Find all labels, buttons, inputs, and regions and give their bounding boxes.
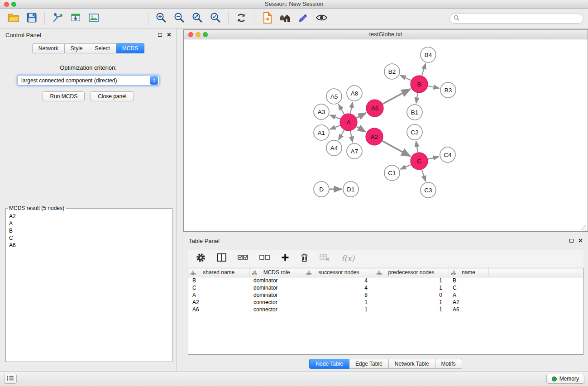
zoom-in-button[interactable] (152, 11, 170, 26)
tab-style[interactable]: Style (65, 43, 89, 53)
deselect-all-button[interactable] (259, 254, 270, 263)
import-image-button[interactable] (85, 11, 103, 26)
table-cell[interactable]: connector (249, 306, 304, 313)
table-cell[interactable]: A (449, 291, 488, 299)
table-cell[interactable]: C (188, 284, 249, 291)
table-row[interactable]: Bdominator41B (188, 277, 583, 284)
table-row[interactable]: A6connector11A6 (188, 306, 583, 313)
network-edge-A-A4[interactable] (339, 130, 344, 140)
table-tab-network-table[interactable]: Network Table (389, 359, 435, 369)
table-cell[interactable]: 1 (374, 277, 449, 284)
network-node-C4[interactable]: C4 (440, 147, 455, 162)
table-cell[interactable]: 0 (374, 291, 449, 299)
network-node-C1[interactable]: C1 (384, 165, 400, 181)
network-edge-B-B4[interactable] (422, 63, 425, 76)
refresh-button[interactable] (232, 11, 250, 26)
tab-network[interactable]: Network (32, 43, 65, 53)
mcds-result-item[interactable]: A6 (9, 242, 169, 249)
zoom-out-button[interactable] (170, 11, 188, 26)
search-input[interactable] (462, 15, 579, 22)
network-canvas[interactable]: B4B2BB3A8A5A6A3B1AC2A1A2A4A7C4CC1C3DD1 (184, 39, 588, 231)
network-edge-B-B2[interactable] (400, 75, 411, 80)
home-view-button[interactable] (276, 11, 294, 26)
table-cell[interactable]: A6 (188, 306, 249, 313)
float-panel-icon[interactable] (158, 33, 162, 37)
delete-table-button[interactable] (320, 253, 330, 263)
table-cell[interactable]: 1 (374, 299, 449, 306)
network-edge-A2-C[interactable] (382, 141, 411, 157)
network-edge-C-C1[interactable] (400, 165, 411, 169)
network-node-A2[interactable]: A2 (366, 128, 383, 145)
column-header-shared-name[interactable]: shared name (188, 268, 249, 277)
import-table-button[interactable] (67, 11, 85, 26)
table-cell[interactable]: 1 (374, 306, 449, 313)
network-node-C3[interactable]: C3 (421, 182, 436, 198)
toolbar-search[interactable] (449, 14, 583, 24)
criterion-dropdown[interactable]: largest connected component (directed) ▲… (17, 75, 159, 86)
style-brush-button[interactable] (294, 11, 312, 26)
network-edge-B-B3[interactable] (428, 86, 440, 88)
network-node-C2[interactable]: C2 (407, 124, 422, 140)
table-cell[interactable]: 8 (304, 291, 374, 299)
network-node-A4[interactable]: A4 (326, 140, 342, 156)
float-table-panel-icon[interactable] (569, 239, 574, 243)
function-builder-button[interactable]: f(x) (341, 254, 354, 263)
table-cell[interactable]: 4 (304, 277, 374, 284)
table-cell[interactable]: 4 (304, 284, 374, 291)
select-all-button[interactable] (238, 254, 248, 263)
table-cell[interactable]: 1 (304, 299, 374, 306)
network-node-A8[interactable]: A8 (347, 86, 362, 101)
table-cell[interactable]: A2 (449, 299, 488, 306)
network-edge-A-A8[interactable] (350, 102, 353, 114)
column-header-predecessor-nodes[interactable]: predecessor nodes (374, 268, 449, 277)
resize-grip[interactable] (581, 225, 587, 231)
network-edge-A-A2[interactable] (356, 127, 365, 132)
network-edge-C-C3[interactable] (422, 170, 425, 181)
memory-button[interactable]: Memory (546, 374, 584, 384)
close-panel-icon[interactable]: × (167, 33, 171, 37)
network-node-C[interactable]: C (411, 152, 428, 170)
mcds-result-item[interactable]: A (9, 220, 169, 227)
table-tab-motifs[interactable]: Motifs (435, 359, 462, 369)
network-node-A[interactable]: A (340, 114, 357, 131)
network-edge-A-A6[interactable] (357, 113, 366, 118)
table-cell[interactable]: B (449, 277, 488, 284)
delete-row-button[interactable] (301, 253, 308, 264)
network-node-D1[interactable]: D1 (343, 181, 359, 197)
table-cell[interactable]: 1 (374, 284, 449, 291)
mcds-result-item[interactable]: B (9, 227, 169, 234)
network-node-A6[interactable]: A6 (366, 100, 383, 117)
tab-mcds[interactable]: MCDS (116, 43, 144, 53)
table-cell[interactable]: 1 (304, 306, 374, 313)
network-node-B4[interactable]: B4 (421, 47, 436, 62)
close-window-button[interactable] (4, 2, 9, 7)
tab-select[interactable]: Select (89, 43, 116, 53)
network-window-titlebar[interactable]: testGlobe.txt (184, 30, 588, 39)
table-cell[interactable]: A (188, 291, 249, 299)
table-cell[interactable]: A6 (449, 306, 488, 313)
close-panel-button[interactable]: Close panel (91, 91, 134, 101)
network-edge-B-B1[interactable] (416, 93, 418, 104)
session-document-button[interactable] (258, 11, 276, 26)
table-cell[interactable]: connector (249, 299, 304, 306)
network-node-A1[interactable]: A1 (314, 125, 329, 140)
network-node-B1[interactable]: B1 (407, 105, 422, 120)
table-row[interactable]: A2connector11A2 (188, 299, 583, 306)
zoom-selected-button[interactable] (206, 11, 225, 26)
table-row[interactable]: Cdominator41C (188, 284, 583, 291)
task-history-button[interactable] (4, 374, 17, 384)
close-table-panel-icon[interactable]: × (578, 238, 583, 243)
table-tab-edge-table[interactable]: Edge Table (349, 359, 389, 369)
network-node-B2[interactable]: B2 (384, 64, 400, 79)
column-header-name[interactable]: name (449, 268, 488, 277)
add-row-button[interactable] (281, 253, 289, 263)
network-edge-A6-B[interactable] (383, 89, 411, 104)
table-tab-node-table[interactable]: Node Table (309, 359, 349, 369)
network-edge-A-A1[interactable] (330, 125, 340, 129)
minimize-network-window-button[interactable] (196, 32, 201, 37)
network-node-A5[interactable]: A5 (326, 89, 342, 104)
run-mcds-button[interactable]: Run MCDS (43, 91, 85, 101)
table-cell[interactable]: dominator (249, 277, 304, 284)
network-node-A7[interactable]: A7 (347, 143, 362, 159)
show-columns-button[interactable] (217, 253, 226, 263)
